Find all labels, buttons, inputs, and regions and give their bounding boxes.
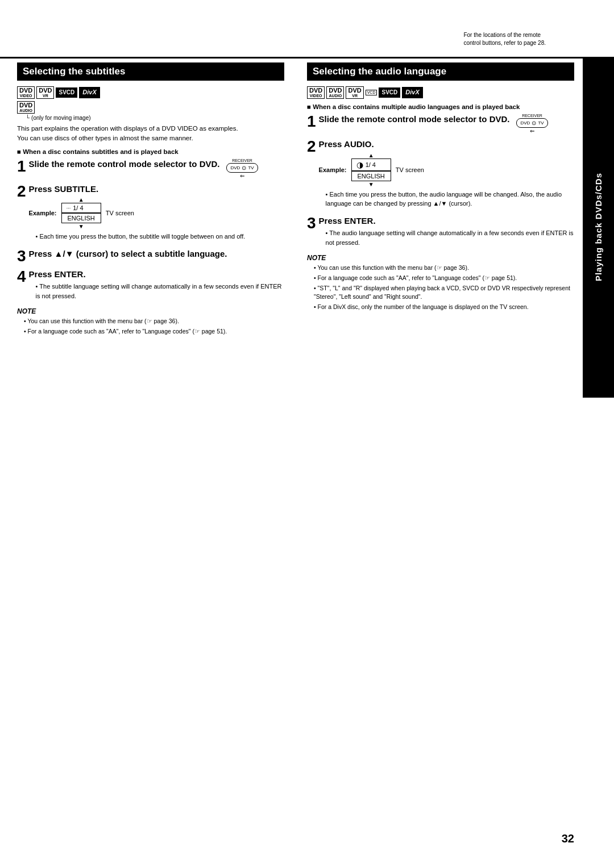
left-badges-row2: DVD AUDIO xyxy=(17,101,284,114)
remote-diagram-left: RECEIVER DVD ⊙ TV ⇐ xyxy=(226,158,258,179)
left-section-title: Selecting the subtitles xyxy=(17,62,284,81)
right-badge-dvd-vr: DVD VR xyxy=(346,86,363,99)
left-step-1-number: 1 xyxy=(17,158,26,174)
right-tv-screen-label: TV screen xyxy=(396,166,424,173)
right-note-2: For a language code such as "AA", refer … xyxy=(314,274,574,283)
right-example-label: Example: xyxy=(319,166,347,173)
only-note: (only for moving image) xyxy=(26,115,284,121)
left-bullet-1: Each time you press the button, the subt… xyxy=(36,232,284,241)
right-step-3-number: 3 xyxy=(307,215,316,231)
right-example-block: Example: ▲ ◑ 1/ 4 ENGLISH ▼ TV screen xyxy=(319,152,574,187)
left-example-counter: 1/ 4 xyxy=(73,205,83,211)
right-badges: DVD VIDEO DVD AUDIO DVD VR VCD SVCD DivX xyxy=(307,86,574,99)
left-note-1: You can use this function with the menu … xyxy=(24,317,284,326)
right-step-2: 2 Press AUDIO. Example: ▲ ◑ 1/ 4 ENGLISH… xyxy=(307,139,574,211)
right-step-2-number: 2 xyxy=(307,139,316,155)
left-step-1-title-row: Slide the remote control mode selector t… xyxy=(29,158,284,179)
left-example-label: Example: xyxy=(29,210,57,216)
right-step-1-title-row: Slide the remote control mode selector t… xyxy=(319,114,574,134)
left-step-3-title: Press ▲/▼ (cursor) to select a subtitle … xyxy=(29,248,284,260)
right-badge-vcd: VCD xyxy=(366,90,377,95)
right-step-1-number: 1 xyxy=(307,114,316,130)
badge-dvd-video: DVD VIDEO xyxy=(17,86,35,99)
right-screen-wrapper: ▲ ◑ 1/ 4 ENGLISH ▼ xyxy=(351,152,391,187)
left-bullet-2: The subtitle language setting will chang… xyxy=(36,282,284,301)
page-number: 32 xyxy=(562,832,574,845)
right-note-4: For a DivX disc, only the number of the … xyxy=(314,303,574,312)
right-step-3-title: Press ENTER. xyxy=(319,215,574,227)
left-step-3-number: 3 xyxy=(17,248,26,264)
top-divider xyxy=(0,57,614,59)
right-step-1-title: Slide the remote control mode selector t… xyxy=(319,114,510,125)
sidebar: Playing back DVDs/CDs xyxy=(583,57,614,398)
left-step-3: 3 Press ▲/▼ (cursor) to select a subtitl… xyxy=(17,248,284,264)
left-note-section: NOTE You can use this function with the … xyxy=(17,307,284,336)
left-column: Selecting the subtitles DVD VIDEO DVD VR… xyxy=(17,62,290,337)
left-step-4-title: Press ENTER. xyxy=(29,269,284,280)
right-bullet-1: Each time you press the button, the audi… xyxy=(326,190,574,208)
left-step-2-content: Press SUBTITLE. Example: ▲ ··· 1/ 4 ENGL… xyxy=(29,183,284,244)
left-step-4: 4 Press ENTER. The subtitle language set… xyxy=(17,269,284,303)
right-column: Selecting the audio language DVD VIDEO D… xyxy=(307,62,580,337)
right-step-1: 1 Slide the remote control mode selector… xyxy=(307,114,574,134)
left-step-1-content: Slide the remote control mode selector t… xyxy=(29,158,284,179)
left-tv-screen-label: TV screen xyxy=(106,210,134,216)
right-bullet-2: The audio language setting will change a… xyxy=(326,228,574,247)
left-step-1-title: Slide the remote control mode selector t… xyxy=(29,158,220,170)
right-note-title: NOTE xyxy=(307,254,574,262)
left-step-2-title: Press SUBTITLE. xyxy=(29,183,284,195)
left-note-title: NOTE xyxy=(17,307,284,315)
left-step-4-content: Press ENTER. The subtitle language setti… xyxy=(29,269,284,303)
right-badge-dvd-audio: DVD AUDIO xyxy=(326,86,344,99)
right-screen-language: ENGLISH xyxy=(351,171,391,181)
left-step-3-content: Press ▲/▼ (cursor) to select a subtitle … xyxy=(29,248,284,261)
left-step-2: 2 Press SUBTITLE. Example: ▲ ··· 1/ 4 EN… xyxy=(17,183,284,244)
right-badge-svcd: SVCD xyxy=(379,87,400,98)
badge-divx: DivX xyxy=(79,87,99,98)
right-step-1-content: Slide the remote control mode selector t… xyxy=(319,114,574,134)
right-screen-box: ◑ 1/ 4 xyxy=(351,158,391,171)
right-badge-divx: DivX xyxy=(402,87,422,98)
remote-diagram-right: RECEIVER DVD ⊙ TV ⇐ xyxy=(516,114,547,134)
left-note-2: For a language code such as "AA", refer … xyxy=(24,327,284,336)
left-step-1: 1 Slide the remote control mode selector… xyxy=(17,158,284,179)
left-example-block: Example: ▲ ··· 1/ 4 ENGLISH ▼ TV screen xyxy=(29,197,284,229)
badge-dvd-audio: DVD AUDIO xyxy=(17,101,35,114)
main-content: Selecting the subtitles DVD VIDEO DVD VR… xyxy=(17,62,580,337)
left-step-2-number: 2 xyxy=(17,183,26,199)
left-warning: When a disc contains subtitles and is pl… xyxy=(17,148,284,155)
sidebar-label: Playing back DVDs/CDs xyxy=(594,173,603,281)
right-step-3-content: Press ENTER. The audio language setting … xyxy=(319,215,574,250)
left-step-4-number: 4 xyxy=(17,269,26,285)
right-step-2-title: Press AUDIO. xyxy=(319,139,574,150)
right-warning: When a disc contains multiple audio lang… xyxy=(307,103,574,110)
top-note: For the locations of the remote control … xyxy=(463,31,546,47)
left-screen-box: ··· 1/ 4 xyxy=(61,203,101,213)
badge-dvd-vr: DVD VR xyxy=(36,86,54,99)
badge-svcd: SVCD xyxy=(56,87,77,98)
right-step-3: 3 Press ENTER. The audio language settin… xyxy=(307,215,574,250)
right-step-2-content: Press AUDIO. Example: ▲ ◑ 1/ 4 ENGLISH ▼… xyxy=(319,139,574,211)
left-screen-wrapper: ▲ ··· 1/ 4 ENGLISH ▼ xyxy=(61,197,101,229)
left-screen-language: ENGLISH xyxy=(61,213,101,223)
right-badge-dvd-video: DVD VIDEO xyxy=(307,86,325,99)
right-note-3: "ST", "L" and "R" displayed when playing… xyxy=(314,284,574,302)
right-example-counter: 1/ 4 xyxy=(366,161,376,168)
right-note-section: NOTE You can use this function with the … xyxy=(307,254,574,312)
intro-text: This part explains the operation with di… xyxy=(17,124,284,144)
right-note-1: You can use this function with the menu … xyxy=(314,264,574,273)
right-section-title: Selecting the audio language xyxy=(307,62,574,81)
left-badges-row1: DVD VIDEO DVD VR SVCD DivX xyxy=(17,86,284,99)
